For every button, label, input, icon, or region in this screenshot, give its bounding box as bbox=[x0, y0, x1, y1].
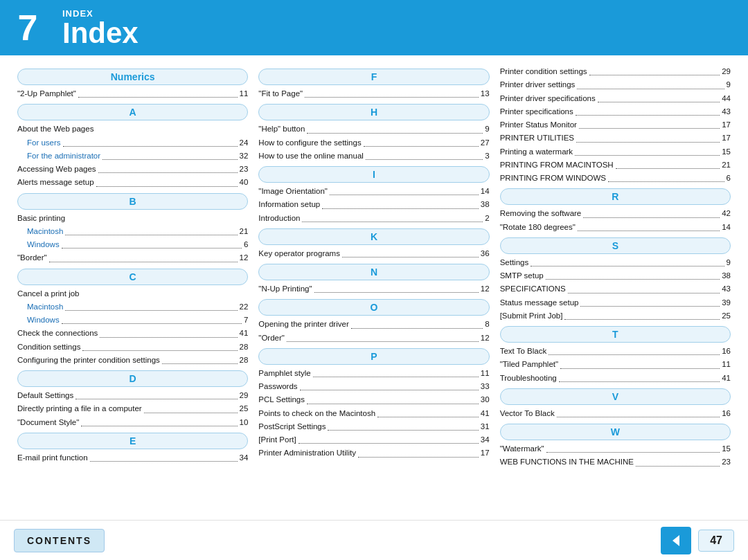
section-header-c: C bbox=[17, 269, 248, 285]
index-entry: Configuring the printer condition settin… bbox=[17, 354, 248, 366]
section-header-numerics: Numerics bbox=[17, 69, 248, 85]
index-entry: Introduction2 bbox=[258, 213, 489, 224]
entry-dotline bbox=[100, 337, 237, 338]
section-header-b: B bbox=[17, 193, 248, 210]
index-entry: PRINTING FROM MACINTOSH21 bbox=[500, 159, 731, 171]
index-entry: PostScript Settings31 bbox=[258, 421, 489, 433]
entry-label: Printing a watermark bbox=[500, 146, 573, 158]
index-entry: Opening the printer driver8 bbox=[258, 318, 489, 330]
index-entry: Windows6 bbox=[17, 239, 248, 251]
entry-dotline bbox=[49, 262, 238, 262]
index-entry: Status message setup39 bbox=[500, 297, 731, 309]
index-entry: Vector To Black16 bbox=[500, 408, 731, 419]
entry-dotline bbox=[366, 159, 483, 160]
prev-page-button[interactable] bbox=[661, 527, 691, 554]
index-entry: Printing a watermark15 bbox=[500, 146, 731, 158]
section-header-r: R bbox=[500, 188, 731, 205]
entry-label: "Order" bbox=[258, 332, 285, 344]
index-entry: Settings9 bbox=[500, 257, 731, 269]
entry-dotline bbox=[564, 319, 720, 320]
entry-label: PRINTING FROM WINDOWS bbox=[500, 172, 606, 184]
entry-label: Vector To Black bbox=[500, 408, 555, 419]
entry-label: Check the connections bbox=[17, 327, 98, 339]
index-entry: E-mail print function34 bbox=[17, 452, 248, 464]
index-entry: Windows7 bbox=[17, 314, 248, 326]
section-header-w: W bbox=[500, 424, 731, 440]
index-entry: Printer Status Monitor17 bbox=[500, 119, 731, 131]
entry-label: Alerts message setup bbox=[17, 177, 94, 188]
entry-label: Windows bbox=[27, 239, 60, 251]
entry-dotline bbox=[62, 323, 242, 324]
entry-dotline bbox=[322, 208, 479, 209]
entry-label: Condition settings bbox=[17, 341, 80, 353]
entry-dotline bbox=[583, 217, 720, 218]
entry-label: PRINTER UTILITIES bbox=[500, 132, 574, 144]
contents-button[interactable]: CONTENTS bbox=[14, 529, 105, 552]
entry-label: Default Settings bbox=[17, 390, 73, 401]
entry-page: 22 bbox=[240, 301, 249, 313]
entry-label: How to configure the settings bbox=[258, 137, 361, 149]
entry-label: Directly printing a file in a computer bbox=[17, 403, 142, 415]
entry-dotline bbox=[65, 310, 237, 311]
entry-page: 38 bbox=[722, 270, 731, 282]
index-entry: Points to check on the Macintosh41 bbox=[258, 408, 489, 419]
entry-label: Printer Administration Utility bbox=[258, 447, 356, 459]
index-entry: Text To Black16 bbox=[500, 345, 731, 357]
entry-dotline bbox=[358, 457, 479, 458]
entry-dotline bbox=[305, 97, 479, 98]
entry-page: 41 bbox=[240, 327, 249, 339]
entry-dotline bbox=[636, 466, 720, 467]
entry-page: 41 bbox=[481, 408, 490, 419]
entry-dotline bbox=[576, 142, 720, 143]
index-entry: How to configure the settings27 bbox=[258, 137, 489, 149]
index-entry: About the Web pages bbox=[17, 123, 248, 135]
entry-dotline bbox=[81, 426, 237, 426]
entry-label: Opening the printer driver bbox=[258, 318, 348, 330]
index-entry: For the administrator32 bbox=[17, 150, 248, 162]
index-entry: Basic printing bbox=[17, 213, 248, 224]
section-header-o: O bbox=[258, 299, 489, 316]
section-header-e: E bbox=[17, 433, 248, 449]
entry-page: 39 bbox=[722, 297, 731, 309]
entry-label: Introduction bbox=[258, 213, 300, 224]
entry-page: 17 bbox=[722, 132, 731, 144]
entry-page: 10 bbox=[240, 417, 249, 428]
entry-page: 17 bbox=[722, 119, 731, 131]
entry-label: "Help" button bbox=[258, 123, 305, 135]
entry-page: 12 bbox=[481, 332, 490, 344]
index-entry: Check the connections41 bbox=[17, 327, 248, 339]
section-header-p: P bbox=[258, 348, 489, 365]
section-header-s: S bbox=[500, 237, 731, 254]
index-entry: "Order"12 bbox=[258, 332, 489, 344]
entry-label: Points to check on the Macintosh bbox=[258, 408, 375, 419]
entry-dotline bbox=[342, 257, 479, 258]
index-entry: "Help" button9 bbox=[258, 123, 489, 135]
entry-dotline bbox=[568, 293, 720, 293]
index-entry: Condition settings28 bbox=[17, 341, 248, 353]
entry-page: 40 bbox=[240, 177, 249, 188]
entry-label: For the administrator bbox=[27, 150, 100, 162]
entry-label: Pamphlet style bbox=[258, 368, 310, 379]
section-header-v: V bbox=[500, 388, 731, 405]
left-arrow-icon bbox=[669, 534, 683, 548]
entry-page: 12 bbox=[240, 252, 249, 264]
entry-page: 43 bbox=[722, 106, 731, 118]
entry-label: For users bbox=[27, 137, 61, 149]
entry-dotline bbox=[351, 328, 483, 329]
entry-label: Macintosh bbox=[27, 301, 63, 313]
col-2: F"Fit to Page"13H"Help" button9How to co… bbox=[258, 66, 489, 526]
index-entry: Alerts message setup40 bbox=[17, 177, 248, 188]
entry-dotline bbox=[82, 350, 237, 351]
index-entry: PRINTER UTILITIES17 bbox=[500, 132, 731, 144]
entry-page: 41 bbox=[722, 372, 731, 384]
entry-label: Accessing Web pages bbox=[17, 163, 96, 175]
entry-page: 38 bbox=[481, 199, 490, 210]
index-entry: PCL Settings30 bbox=[258, 394, 489, 406]
entry-label: PRINTING FROM MACINTOSH bbox=[500, 159, 614, 171]
section-header-t: T bbox=[500, 326, 731, 343]
entry-label: Printer driver settings bbox=[500, 79, 576, 91]
section-header-i: I bbox=[258, 166, 489, 183]
index-entry: SMTP setup38 bbox=[500, 270, 731, 282]
index-entry: Directly printing a file in a computer25 bbox=[17, 403, 248, 415]
entry-page: 13 bbox=[481, 88, 490, 100]
